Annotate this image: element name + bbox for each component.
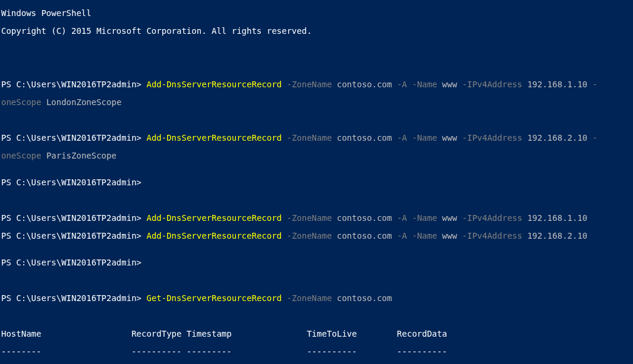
header-line-1: Windows PowerShell: [1, 9, 632, 18]
header-line-2: Copyright (C) 2015 Microsoft Corporation…: [1, 27, 632, 36]
prompt-empty-2: PS C:\Users\WIN2016TP2admin>: [1, 258, 632, 267]
cmd-add-london-1: PS C:\Users\WIN2016TP2admin> Add-DnsServ…: [1, 80, 632, 89]
cmd-add-london-2: oneScope LondonZoneScope: [1, 98, 632, 107]
cmd-get-all: PS C:\Users\WIN2016TP2admin> Get-DnsServ…: [1, 294, 632, 303]
cmd-add-noscope-2: PS C:\Users\WIN2016TP2admin> Add-DnsServ…: [1, 232, 632, 240]
table-underline: -------- ---------- --------- ----------…: [1, 347, 632, 356]
cmd-add-noscope-1: PS C:\Users\WIN2016TP2admin> Add-DnsServ…: [1, 214, 632, 223]
cmd-add-paris-2: oneScope ParisZoneScope: [1, 151, 632, 160]
cmd-add-paris-1: PS C:\Users\WIN2016TP2admin> Add-DnsServ…: [1, 134, 632, 143]
table-header: HostName RecordType Timestamp TimeToLive…: [1, 330, 632, 338]
terminal[interactable]: Windows PowerShell Copyright (C) 2015 Mi…: [0, 0, 633, 364]
prompt-empty: PS C:\Users\WIN2016TP2admin>: [1, 178, 632, 187]
